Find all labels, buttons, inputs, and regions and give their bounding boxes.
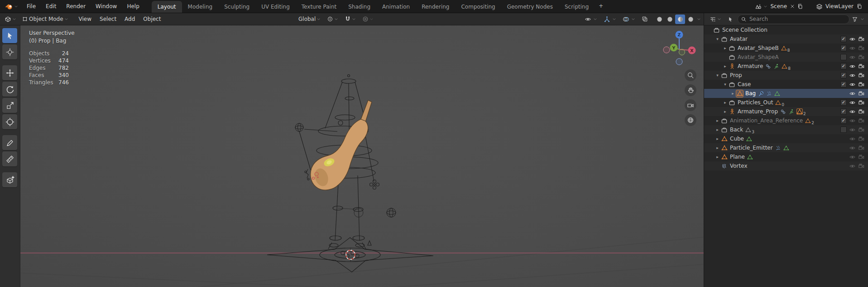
outliner-row-armature-prop[interactable]: ▸Armature_Prop2✓ — [704, 107, 868, 116]
hide-in-viewport-eye-icon[interactable] — [849, 154, 856, 161]
exclude-checkbox[interactable]: ✓ — [840, 108, 847, 115]
show-gizmo-button[interactable] — [602, 15, 612, 24]
expand-arrow[interactable]: ▸ — [715, 136, 720, 141]
hide-in-viewport-eye-icon[interactable] — [849, 145, 856, 151]
expand-arrow[interactable]: ▸ — [722, 100, 728, 105]
show-overlays-button[interactable] — [621, 15, 631, 24]
hide-in-viewport-eye-icon[interactable] — [849, 108, 856, 115]
viewport-menu-view[interactable]: View — [75, 13, 96, 25]
outliner-row-scene-collection[interactable]: Scene Collection — [704, 25, 868, 34]
exclude-checkbox[interactable]: ✓ — [840, 81, 847, 88]
hide-in-viewport-eye-icon[interactable] — [849, 36, 856, 43]
toggle-projection-button[interactable] — [685, 114, 696, 126]
exclude-checkbox[interactable]: ✓ — [840, 36, 847, 42]
tool-add-cube[interactable] — [2, 172, 17, 187]
menu-window[interactable]: Window — [91, 0, 122, 13]
disable-in-renders-camera-icon[interactable] — [858, 117, 865, 124]
hide-in-viewport-eye-icon[interactable] — [849, 163, 856, 170]
disable-in-renders-camera-icon[interactable] — [858, 45, 865, 52]
expand-arrow[interactable]: ▸ — [715, 127, 720, 132]
tool-annotate[interactable] — [2, 135, 17, 150]
disable-in-renders-camera-icon[interactable] — [858, 126, 865, 133]
toggle-xray-button[interactable] — [640, 15, 650, 24]
outliner-row-prop[interactable]: ▾Prop✓ — [704, 71, 868, 80]
hide-in-viewport-eye-icon[interactable] — [849, 117, 856, 124]
exclude-checkbox[interactable]: ✓ — [840, 63, 847, 69]
tab-rendering[interactable]: Rendering — [416, 1, 455, 13]
disable-in-renders-camera-icon[interactable] — [858, 81, 865, 88]
outliner-row-avatar[interactable]: ▾Avatar✓ — [704, 34, 868, 44]
expand-arrow[interactable]: ▸ — [730, 91, 736, 96]
hide-in-viewport-eye-icon[interactable] — [849, 81, 856, 88]
snap-dropdown[interactable] — [343, 15, 358, 24]
shading-material-preview-button[interactable] — [675, 15, 685, 24]
expand-arrow[interactable]: ▸ — [715, 146, 720, 150]
viewport-menu-object[interactable]: Object — [139, 13, 165, 25]
hide-in-viewport-eye-icon[interactable] — [849, 126, 856, 133]
new-viewlayer-icon[interactable] — [856, 3, 863, 10]
search-input[interactable] — [748, 15, 846, 23]
outliner-row-back[interactable]: ▸Back3 — [704, 125, 868, 134]
viewport-canvas[interactable]: User Perspective (0) Prop | Bag Objects2… — [0, 25, 704, 287]
tab-scripting[interactable]: Scripting — [559, 1, 595, 13]
blender-menu-button[interactable] — [0, 0, 22, 13]
mode-dropdown[interactable]: Object Mode — [20, 15, 70, 24]
outliner-row-armature[interactable]: ▸Armature8✓ — [704, 62, 868, 71]
outliner-row-particle-emitter[interactable]: ▸Particle_Emitter — [704, 143, 868, 152]
tool-move[interactable] — [2, 65, 17, 80]
tab-sculpting[interactable]: Sculpting — [218, 1, 255, 13]
tab-layout[interactable]: Layout — [152, 1, 182, 13]
disable-in-renders-camera-icon[interactable] — [858, 154, 865, 161]
exclude-checkbox[interactable] — [840, 54, 847, 60]
expand-arrow[interactable]: ▸ — [722, 109, 728, 114]
menu-edit[interactable]: Edit — [41, 0, 61, 13]
outliner-row-case[interactable]: ▾Case✓ — [704, 80, 868, 89]
tab-shading[interactable]: Shading — [342, 1, 376, 13]
tab-modeling[interactable]: Modeling — [182, 1, 219, 13]
disable-in-renders-camera-icon[interactable] — [858, 136, 865, 142]
disable-in-renders-camera-icon[interactable] — [858, 145, 865, 151]
viewlayer-selector[interactable]: ViewLayer — [816, 3, 863, 10]
exclude-checkbox[interactable] — [840, 126, 847, 133]
zoom-button[interactable] — [685, 69, 696, 81]
tab-texture-paint[interactable]: Texture Paint — [296, 1, 342, 13]
disable-in-renders-camera-icon[interactable] — [858, 54, 865, 61]
camera-view-button[interactable] — [685, 99, 696, 111]
chevron-down-icon[interactable] — [860, 17, 864, 21]
pan-hand-button[interactable] — [685, 84, 696, 96]
outliner-row-avatar-shapea[interactable]: Avatar_ShapeA — [704, 53, 868, 62]
hide-in-viewport-eye-icon[interactable] — [849, 45, 856, 52]
menu-render[interactable]: Render — [61, 0, 91, 13]
exclude-checkbox[interactable]: ✓ — [840, 117, 847, 124]
outliner-row-vortex[interactable]: Vortex — [704, 161, 868, 170]
expand-arrow[interactable]: ▸ — [722, 46, 728, 50]
expand-arrow[interactable]: ▸ — [715, 118, 720, 123]
tab-uv-editing[interactable]: UV Editing — [255, 1, 296, 13]
outliner-row-animation-area-reference[interactable]: ▸Animation_Area_Reference2✓ — [704, 116, 868, 125]
editor-type-button[interactable] — [3, 15, 18, 24]
shading-wireframe-button[interactable] — [654, 15, 664, 24]
exclude-checkbox[interactable]: ✓ — [840, 99, 847, 106]
tool-measure[interactable] — [2, 151, 17, 166]
pivot-dropdown[interactable] — [325, 15, 340, 24]
outliner-search[interactable] — [738, 15, 849, 24]
tab-geometry-nodes[interactable]: Geometry Nodes — [501, 1, 559, 13]
tab-animation[interactable]: Animation — [376, 1, 416, 13]
tool-scale[interactable] — [2, 98, 17, 113]
outliner-row-particles-out[interactable]: ▸Particles_Out0✓ — [704, 98, 868, 107]
menu-file[interactable]: File — [22, 0, 41, 13]
unlink-scene-icon[interactable] — [790, 4, 795, 9]
disable-in-renders-camera-icon[interactable] — [858, 63, 865, 70]
hide-in-viewport-eye-icon[interactable] — [849, 136, 856, 142]
disable-in-renders-camera-icon[interactable] — [858, 99, 865, 106]
expand-arrow[interactable]: ▾ — [715, 73, 720, 78]
selectability-visibility-button[interactable] — [583, 15, 593, 24]
expand-arrow[interactable]: ▾ — [715, 37, 720, 41]
disable-in-renders-camera-icon[interactable] — [858, 163, 865, 170]
menu-help[interactable]: Help — [122, 0, 144, 13]
tool-transform[interactable] — [2, 114, 17, 129]
tab-compositing[interactable]: Compositing — [455, 1, 501, 13]
disable-in-renders-camera-icon[interactable] — [858, 90, 865, 97]
tool-rotate[interactable] — [2, 82, 17, 97]
hide-in-viewport-eye-icon[interactable] — [849, 99, 856, 106]
